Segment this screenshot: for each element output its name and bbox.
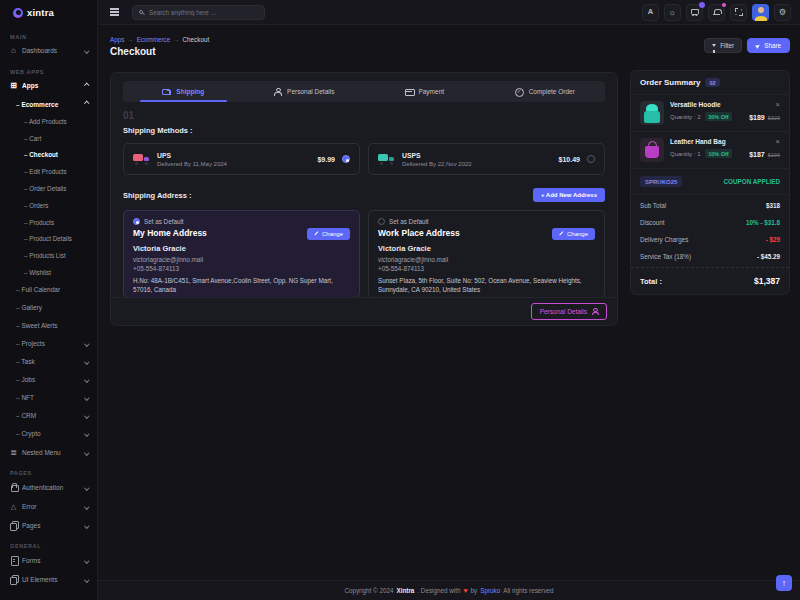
sidebar-item[interactable]: Apps: [0, 76, 97, 95]
next-step-button[interactable]: Personal Details: [531, 303, 607, 320]
product-price: $187: [749, 151, 765, 158]
sidebar-item[interactable]: Products List: [0, 247, 97, 264]
tab-label: Payment: [418, 88, 444, 95]
recipient-email: victoriagracie@jinno.mail: [378, 256, 595, 263]
sidebar-item[interactable]: Task: [0, 353, 97, 371]
sidebar-item[interactable]: Add Products: [0, 113, 97, 130]
sidebar-item[interactable]: Sweet Alerts: [0, 317, 97, 335]
sidebar-item-label: Orders: [24, 202, 49, 209]
default-address-radio[interactable]: [133, 218, 140, 225]
close-icon[interactable]: ×: [776, 138, 780, 146]
address-card[interactable]: Set as Default My Home Address Change Vi…: [123, 210, 360, 298]
global-search[interactable]: [132, 5, 265, 20]
app-logo[interactable]: xintra: [0, 0, 97, 25]
spruko-link[interactable]: Spruko: [480, 587, 500, 594]
sidebar-item[interactable]: Cart: [0, 130, 97, 147]
tab-icon: [162, 88, 171, 96]
checkout-tab[interactable]: Payment: [364, 81, 485, 102]
sidebar-item: PAGES: [0, 462, 97, 478]
share-button[interactable]: Share: [747, 38, 790, 53]
sidebar-item[interactable]: Edit Products: [0, 163, 97, 180]
language-icon[interactable]: A: [642, 4, 659, 21]
page-actions: Filter Share: [704, 38, 790, 53]
summary-value: - $29: [766, 236, 780, 243]
close-icon[interactable]: ×: [776, 101, 780, 109]
sidebar-item-label: Forms: [22, 557, 40, 564]
fullscreen-icon[interactable]: [730, 4, 747, 21]
sidebar-item[interactable]: Checkout: [0, 147, 97, 164]
tab-label: Personal Details: [287, 88, 334, 95]
shipping-method-radio[interactable]: [342, 155, 350, 163]
checkout-tab[interactable]: Shipping: [123, 81, 244, 102]
sidebar-item-icon: [9, 502, 18, 511]
breadcrumb-item[interactable]: Apps: [110, 36, 134, 43]
sidebar-item[interactable]: Ecommerce: [0, 95, 97, 113]
sidebar-item[interactable]: UI Elements: [0, 570, 97, 589]
sidebar-item[interactable]: Products: [0, 214, 97, 231]
sidebar-item-label: Product Details: [24, 235, 72, 242]
sidebar-item-label: Crypto: [16, 430, 41, 437]
sidebar-item[interactable]: Dashboards: [0, 41, 97, 60]
sidebar-item[interactable]: Wishlist: [0, 264, 97, 281]
sidebar-item[interactable]: Projects: [0, 335, 97, 353]
shipping-method-option[interactable]: UPS Delivered By 11,May 2024 $9.99: [123, 143, 360, 175]
default-address-radio[interactable]: [378, 218, 385, 225]
sidebar-item[interactable]: Jobs: [0, 371, 97, 389]
sidebar-item-label: PAGES: [10, 470, 32, 476]
sidebar-item: GENERAL: [0, 535, 97, 551]
theme-toggle-icon[interactable]: ☼: [664, 4, 681, 21]
summary-row: Sub Total $318: [631, 197, 789, 214]
settings-gear-icon[interactable]: ⚙: [774, 4, 791, 21]
breadcrumb-item[interactable]: Ecommerce: [137, 36, 180, 43]
sidebar-item[interactable]: Authentication: [0, 478, 97, 497]
chevron-icon: [84, 341, 89, 346]
cart-icon[interactable]: [686, 4, 703, 21]
carrier-truck-icon: [133, 153, 150, 165]
search-input[interactable]: [147, 8, 247, 17]
heart-icon: ♥: [463, 587, 467, 594]
scroll-to-top-button[interactable]: ↑: [776, 575, 792, 591]
set-default-label: Set as Default: [144, 218, 184, 225]
sidebar-item-icon: [9, 81, 18, 90]
breadcrumb-item[interactable]: Checkout: [183, 36, 210, 43]
change-address-button[interactable]: Change: [307, 228, 350, 240]
tab-label: Shipping: [176, 88, 204, 95]
add-new-address-button[interactable]: + Add New Address: [533, 188, 605, 202]
sidebar-item-label: Dashboards: [22, 47, 57, 54]
sidebar-item[interactable]: Order Details: [0, 180, 97, 197]
chevron-icon: [84, 558, 89, 563]
recipient-email: victoriagracie@jinno.mail: [133, 256, 350, 263]
sidebar-item[interactable]: Full Calendar: [0, 281, 97, 299]
notifications-icon[interactable]: [708, 4, 725, 21]
product-title: Leather Hand Bag: [670, 138, 732, 145]
shipping-method-option[interactable]: USPS Delivered By 22,Nov 2022 $10.49: [368, 143, 605, 175]
address-card[interactable]: Set as Default Work Place Address Change…: [368, 210, 605, 298]
set-default-label: Set as Default: [389, 218, 429, 225]
shipping-method-radio[interactable]: [587, 155, 595, 163]
sidebar-item[interactable]: Pages: [0, 516, 97, 535]
checkout-tab[interactable]: Complete Order: [485, 81, 606, 102]
sidebar-item[interactable]: Nested Menu: [0, 443, 97, 462]
sidebar-item[interactable]: Error: [0, 497, 97, 516]
sidebar-item-label: WEB APPS: [10, 69, 44, 75]
filter-button[interactable]: Filter: [704, 38, 742, 53]
sidebar-item-label: Sweet Alerts: [16, 322, 58, 329]
sidebar: xintra MAIN Dashboards WEB APPS: [0, 0, 98, 600]
sidebar-item[interactable]: Orders: [0, 197, 97, 214]
change-address-button[interactable]: Change: [552, 228, 595, 240]
sidebar-item[interactable]: Forms: [0, 551, 97, 570]
checkout-tabs: Shipping Personal Details Payment: [123, 81, 605, 102]
sidebar-item-label: Jobs: [16, 376, 35, 383]
sidebar-item[interactable]: Gallery: [0, 299, 97, 317]
chevron-icon: [84, 413, 89, 418]
sidebar-item[interactable]: Product Details: [0, 231, 97, 248]
user-avatar[interactable]: [752, 4, 769, 21]
sidebar-item[interactable]: NFT: [0, 389, 97, 407]
chevron-icon: [84, 450, 89, 455]
menu-toggle-icon[interactable]: [110, 11, 119, 12]
product-title: Versatile Hoodie: [670, 101, 732, 108]
sidebar-item[interactable]: CRM: [0, 407, 97, 425]
chevron-icon: [84, 359, 89, 364]
checkout-tab[interactable]: Personal Details: [244, 81, 365, 102]
sidebar-item[interactable]: Crypto: [0, 425, 97, 443]
